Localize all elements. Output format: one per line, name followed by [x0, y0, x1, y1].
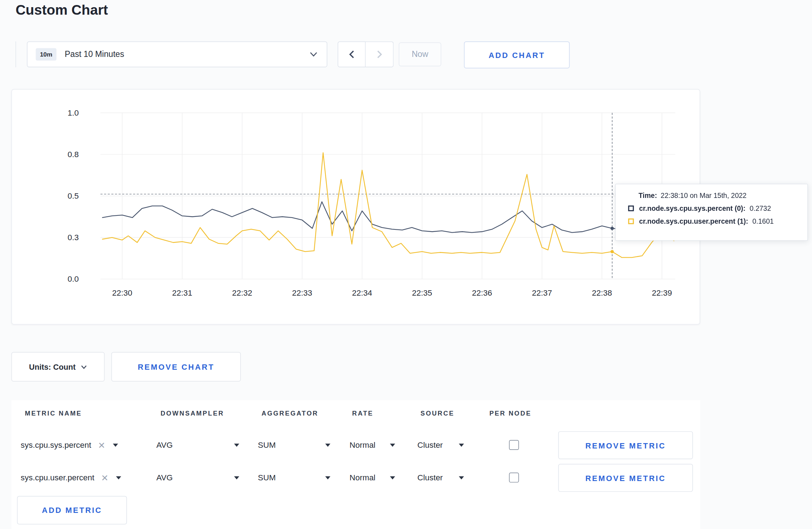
toolbar-divider: [15, 42, 16, 67]
aggregator-select[interactable]: SUM: [258, 431, 330, 459]
svg-text:22:31: 22:31: [172, 288, 192, 297]
source-select[interactable]: Cluster: [417, 431, 464, 459]
caret-down-icon: [325, 476, 330, 480]
tooltip-series-label: cr.node.sys.cpu.sys.percent (0):: [639, 204, 745, 212]
col-header-downsampler: DOWNSAMPLER: [160, 410, 224, 417]
add-metric-button[interactable]: ADD METRIC: [17, 496, 127, 525]
time-nav-group: [338, 42, 393, 67]
now-button[interactable]: Now: [399, 43, 441, 67]
remove-metric-button[interactable]: REMOVE METRIC: [558, 431, 693, 459]
prev-time-button[interactable]: [338, 42, 366, 67]
source-value: Cluster: [417, 441, 443, 450]
svg-text:0.0: 0.0: [68, 275, 79, 283]
tooltip-series-row: cr.node.sys.cpu.user.percent (1): 0.1601: [616, 218, 807, 225]
metric-name-select[interactable]: sys.cpu.user.percent ✕: [21, 464, 153, 492]
caret-down-icon: [459, 476, 464, 480]
caret-down-icon: [113, 444, 118, 447]
downsampler-select[interactable]: AVG: [156, 431, 239, 459]
svg-text:0.8: 0.8: [68, 150, 79, 159]
svg-text:22:33: 22:33: [292, 288, 312, 297]
caret-down-icon: [116, 476, 121, 480]
add-chart-button[interactable]: ADD CHART: [464, 42, 570, 68]
col-header-metric-name: METRIC NAME: [25, 410, 82, 417]
downsampler-select[interactable]: AVG: [156, 464, 239, 492]
svg-text:22:38: 22:38: [592, 288, 612, 297]
remove-metric-button[interactable]: REMOVE METRIC: [558, 464, 693, 492]
svg-text:22:37: 22:37: [532, 288, 552, 297]
aggregator-value: SUM: [258, 441, 276, 450]
chart-tooltip: Time:22:38:10 on Mar 15th, 2022 cr.node.…: [615, 184, 808, 241]
chevron-down-icon: [81, 365, 87, 369]
per-node-checkbox[interactable]: [509, 473, 519, 482]
svg-text:22:36: 22:36: [472, 288, 492, 297]
series-sys-swatch-icon: [628, 205, 634, 211]
time-range-badge: 10m: [36, 48, 57, 61]
caret-down-icon: [234, 444, 239, 447]
aggregator-value: SUM: [258, 473, 276, 482]
downsampler-value: AVG: [156, 473, 173, 482]
tooltip-series-row: cr.node.sys.cpu.sys.percent (0): 0.2732: [616, 204, 807, 212]
custom-chart-page: Custom Chart 10m Past 10 Minutes Now ADD…: [0, 0, 812, 529]
clear-metric-icon[interactable]: ✕: [98, 440, 106, 451]
svg-text:1.0: 1.0: [68, 108, 79, 117]
source-select[interactable]: Cluster: [417, 464, 464, 492]
units-dropdown[interactable]: Units: Count: [11, 352, 105, 382]
svg-text:22:35: 22:35: [412, 288, 432, 297]
time-range-label: Past 10 Minutes: [65, 50, 310, 59]
chevron-right-icon: [377, 50, 382, 58]
next-time-button[interactable]: [366, 42, 393, 67]
svg-text:22:39: 22:39: [652, 288, 672, 297]
caret-down-icon: [459, 444, 464, 447]
metric-name-select[interactable]: sys.cpu.sys.percent ✕: [21, 431, 153, 459]
timeseries-chart[interactable]: 0.00.30.50.81.022:3022:3122:3222:3322:34…: [12, 89, 701, 325]
svg-text:22:34: 22:34: [352, 288, 372, 297]
downsampler-value: AVG: [156, 441, 173, 450]
aggregator-select[interactable]: SUM: [258, 464, 330, 492]
tooltip-series-value: 0.2732: [750, 204, 771, 212]
series-user-swatch-icon: [628, 218, 634, 224]
caret-down-icon: [325, 444, 330, 447]
rate-select[interactable]: Normal: [349, 464, 395, 492]
tooltip-series-value: 0.1601: [752, 218, 774, 225]
remove-chart-button[interactable]: REMOVE CHART: [111, 352, 241, 382]
per-node-checkbox[interactable]: [509, 440, 519, 450]
metric-row: sys.cpu.sys.percent ✕ AVG SUM Normal Clu…: [11, 431, 700, 459]
col-header-per-node: PER NODE: [489, 410, 532, 417]
metric-row: sys.cpu.user.percent ✕ AVG SUM Normal Cl…: [11, 464, 700, 492]
tooltip-time-label: Time:: [638, 191, 657, 199]
clear-metric-icon[interactable]: ✕: [101, 472, 108, 483]
tooltip-series-label: cr.node.sys.cpu.user.percent (1):: [639, 218, 748, 225]
rate-value: Normal: [349, 473, 375, 482]
col-header-rate: RATE: [352, 410, 373, 417]
caret-down-icon: [234, 476, 239, 480]
tooltip-time-row: Time:22:38:10 on Mar 15th, 2022: [616, 191, 807, 199]
page-title: Custom Chart: [15, 2, 108, 18]
svg-text:22:30: 22:30: [112, 288, 132, 297]
svg-text:0.5: 0.5: [68, 191, 79, 200]
units-label: Units: Count: [29, 363, 76, 372]
svg-text:22:32: 22:32: [232, 288, 252, 297]
rate-value: Normal: [349, 441, 375, 450]
caret-down-icon: [390, 444, 395, 447]
metric-name-label: sys.cpu.user.percent: [21, 473, 95, 482]
chevron-left-icon: [349, 50, 354, 58]
source-value: Cluster: [417, 473, 443, 482]
rate-select[interactable]: Normal: [349, 431, 395, 459]
metric-name-label: sys.cpu.sys.percent: [21, 441, 91, 450]
chevron-down-icon: [310, 52, 318, 57]
time-range-dropdown[interactable]: 10m Past 10 Minutes: [27, 42, 327, 67]
col-header-source: SOURCE: [421, 410, 455, 417]
svg-text:0.3: 0.3: [68, 233, 79, 242]
metrics-table: METRIC NAME DOWNSAMPLER AGGREGATOR RATE …: [11, 400, 700, 529]
col-header-aggregator: AGGREGATOR: [261, 410, 318, 417]
tooltip-time-value: 22:38:10 on Mar 15th, 2022: [661, 191, 746, 199]
caret-down-icon: [390, 476, 395, 480]
chart-card: 0.00.30.50.81.022:3022:3122:3222:3322:34…: [11, 89, 700, 325]
